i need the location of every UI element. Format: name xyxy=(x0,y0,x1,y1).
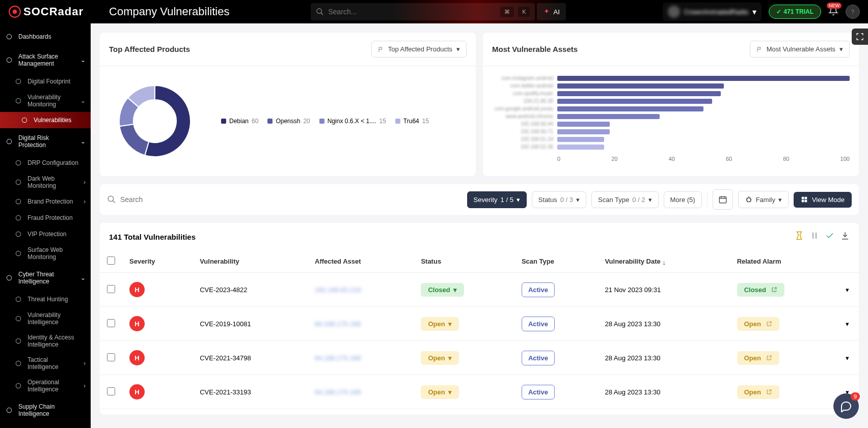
sidebar-item-incidents[interactable]: Incidents› xyxy=(0,423,91,428)
sidebar-item-threat-hunting[interactable]: Threat Hunting xyxy=(0,291,91,307)
vuln-id: CVE-2019-10081 xyxy=(193,307,308,341)
calendar-icon xyxy=(718,195,727,204)
table-row[interactable]: H CVE-2021-34798 64.188.175.168 Open ▾ A… xyxy=(100,341,859,375)
col-scan[interactable]: Scan Type xyxy=(514,250,598,273)
download-icon[interactable] xyxy=(840,231,850,242)
sidebar-item-digital-risk-protection[interactable]: Digital Risk Protection⌄ xyxy=(0,128,91,155)
hand-icon xyxy=(5,137,13,146)
sidebar-item-digital-footprint[interactable]: Digital Footprint xyxy=(0,73,91,90)
sidebar-item-attack-surface-management[interactable]: Attack Surface Management⌄ xyxy=(0,47,91,73)
bar-label: 192.168.50.71 xyxy=(492,129,553,134)
bar-row: 104.21.80.30 xyxy=(492,98,850,104)
row-checkbox[interactable] xyxy=(107,353,115,361)
affected-asset[interactable]: 64.188.175.168 xyxy=(315,354,361,362)
legend-item[interactable]: Debian60 xyxy=(221,118,258,125)
global-search-input[interactable] xyxy=(328,8,496,16)
help-button[interactable]: 9 xyxy=(833,393,859,419)
family-filter[interactable]: Family ▾ xyxy=(738,191,789,208)
affected-asset[interactable]: 64.188.175.168 xyxy=(315,388,361,396)
bar-fill[interactable] xyxy=(557,114,660,119)
notifications-button[interactable]: NEW xyxy=(828,6,838,18)
chart-dropdown[interactable]: Top Affected Products ▾ xyxy=(371,41,467,58)
user-menu[interactable]: ? xyxy=(846,5,860,19)
select-all-checkbox[interactable] xyxy=(107,256,115,265)
sidebar-item-brand-protection[interactable]: Brand Protection› xyxy=(0,193,91,210)
sidebar-item-vip-protection[interactable]: VIP Protection xyxy=(0,226,91,242)
alarm-pill[interactable]: Open xyxy=(737,351,779,365)
table-row[interactable]: H CVE-2023-4822 192.168.63.219 Closed ▾ … xyxy=(100,273,859,307)
affected-asset[interactable]: 64.188.175.168 xyxy=(315,320,361,328)
bar-fill[interactable] xyxy=(557,122,610,127)
col-vulnerability[interactable]: Vulnerability xyxy=(193,250,308,273)
sidebar-item-dark-web-monitoring[interactable]: Dark Web Monitoring› xyxy=(0,171,91,193)
table-search-input[interactable] xyxy=(120,195,462,204)
status-pill[interactable]: Open ▾ xyxy=(421,351,458,365)
status-filter[interactable]: Status 0 / 3 ▾ xyxy=(532,191,586,208)
alarm-pill[interactable]: Open xyxy=(737,317,779,331)
sidebar-item-identity-access-intelligence[interactable]: Identity & Access Intelligence xyxy=(0,330,91,352)
col-date[interactable]: Vulnerability Date ↓ xyxy=(598,250,729,273)
more-filters[interactable]: More (5) xyxy=(664,191,702,208)
bar-fill[interactable] xyxy=(557,83,724,89)
sidebar-item-supply-chain-intelligence[interactable]: Supply Chain Intelligence xyxy=(0,397,91,423)
status-pill[interactable]: Open ▾ xyxy=(421,317,458,331)
col-asset[interactable]: Affected Asset xyxy=(308,250,414,273)
date-filter[interactable] xyxy=(713,189,733,210)
bar-fill[interactable] xyxy=(557,137,604,142)
check-icon[interactable] xyxy=(825,231,834,242)
sidebar-item-vulnerability-intelligence[interactable]: Vulnerability Intelligence xyxy=(0,307,91,330)
chevron-icon: ⌄ xyxy=(80,56,86,64)
col-severity[interactable]: Severity xyxy=(122,250,193,273)
expand-row-button[interactable]: ▾ xyxy=(846,354,849,362)
expand-panel-button[interactable] xyxy=(852,28,868,45)
table-search[interactable] xyxy=(107,195,462,204)
bar-fill[interactable] xyxy=(557,106,703,111)
sidebar-item-operational-intelligence[interactable]: Operational Intelligence› xyxy=(0,375,91,397)
legend-swatch xyxy=(267,119,273,124)
chart-dropdown[interactable]: Most Vulnerable Assets ▾ xyxy=(750,41,850,58)
status-pill[interactable]: Open ▾ xyxy=(421,385,458,399)
bar-fill[interactable] xyxy=(557,91,721,96)
severity-filter[interactable]: Severity 1 / 5 ▾ xyxy=(467,191,527,208)
expand-row-button[interactable]: ▾ xyxy=(846,320,849,328)
col-status[interactable]: Status xyxy=(414,250,514,273)
affected-asset[interactable]: 192.168.63.219 xyxy=(315,286,361,294)
sidebar-item-tactical-intelligence[interactable]: Tactical Intelligence› xyxy=(0,352,91,375)
expand-row-button[interactable]: ▾ xyxy=(846,286,849,294)
pending-icon[interactable] xyxy=(795,231,804,242)
table-row[interactable]: H CVE-2021-33193 64.188.175.168 Open ▾ A… xyxy=(100,375,859,409)
legend-item[interactable]: Nginx 0.6.X < 1....15 xyxy=(319,118,386,125)
bar-label: www.android.chrome xyxy=(492,113,553,119)
vip-icon xyxy=(14,230,22,238)
row-checkbox[interactable] xyxy=(107,319,115,327)
status-pill[interactable]: Closed ▾ xyxy=(421,283,464,297)
bar-fill[interactable] xyxy=(557,76,850,81)
sidebar-item-fraud-protection[interactable]: Fraud Protection xyxy=(0,210,91,226)
svg-point-15 xyxy=(7,275,11,280)
col-alarm[interactable]: Related Alarm xyxy=(730,250,838,273)
legend-item[interactable]: Openssh20 xyxy=(267,118,310,125)
table-row[interactable]: H CVE-2019-10081 64.188.175.168 Open ▾ A… xyxy=(100,307,859,341)
legend-item[interactable]: Tru6415 xyxy=(395,118,429,125)
global-search[interactable]: ⌘ K xyxy=(311,3,535,20)
alarm-pill[interactable]: Closed xyxy=(737,283,784,297)
bar-fill[interactable] xyxy=(557,129,610,134)
row-checkbox[interactable] xyxy=(107,285,115,293)
view-mode-button[interactable]: View Mode xyxy=(794,192,852,208)
sidebar-item-drp-configuration[interactable]: DRP Configuration xyxy=(0,155,91,171)
ai-button[interactable]: AI xyxy=(537,3,565,20)
trial-badge[interactable]: ✓471 TRIAL xyxy=(769,5,821,19)
logo[interactable]: SOCRadar xyxy=(8,5,84,18)
bar-fill[interactable] xyxy=(557,99,712,104)
pause-icon[interactable] xyxy=(810,231,819,242)
bar-fill[interactable] xyxy=(557,145,604,150)
account-selector[interactable]: CrownAnimatedRadio ▾ xyxy=(663,3,762,21)
sidebar-item-surface-web-monitoring[interactable]: Surface Web Monitoring xyxy=(0,242,91,265)
sidebar-item-dashboards[interactable]: Dashboards xyxy=(0,26,91,47)
alarm-pill[interactable]: Open xyxy=(737,385,779,399)
sidebar-item-vulnerability-monitoring[interactable]: Vulnerability Monitoring⌄ xyxy=(0,90,91,112)
row-checkbox[interactable] xyxy=(107,387,115,395)
scan-type-filter[interactable]: Scan Type 0 / 2 ▾ xyxy=(591,191,659,208)
sidebar-item-cyber-threat-intelligence[interactable]: Cyber Threat Intelligence⌄ xyxy=(0,265,91,291)
sidebar-item-vulnerabilities[interactable]: Vulnerabilities xyxy=(0,112,91,128)
